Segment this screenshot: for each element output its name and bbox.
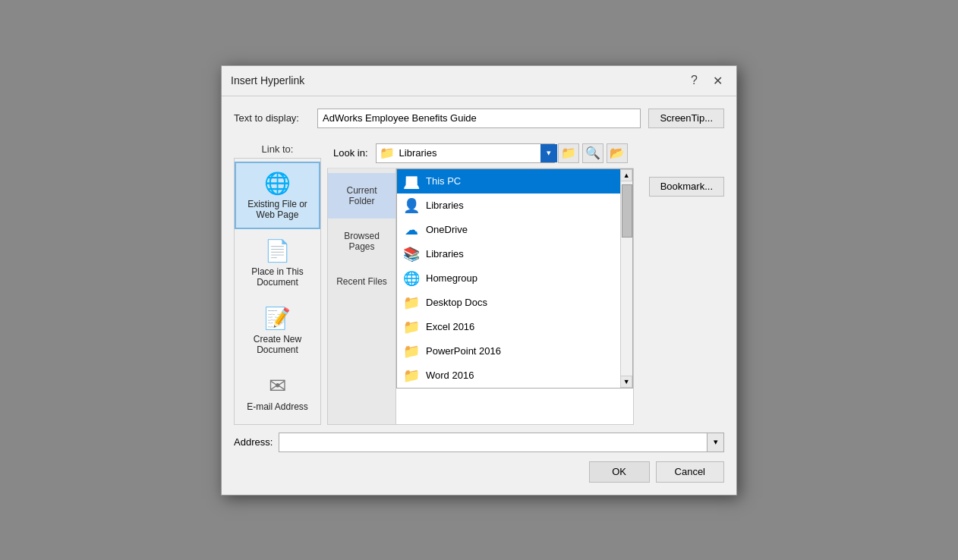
file-content-area: Current Folder Browsed Pages Recent File… (327, 168, 634, 425)
dropdown-item-word-2016[interactable]: 📁 Word 2016 (397, 363, 620, 388)
sidebar-item-email[interactable]: ✉ E-mail Address (235, 364, 320, 421)
sidebar-item-label-email: E-mail Address (247, 401, 308, 412)
email-icon: ✉ (269, 373, 286, 398)
lookin-dropdown-arrow[interactable]: ▾ (540, 144, 557, 162)
sidebar-item-create-new[interactable]: 📝 Create New Document (235, 297, 320, 364)
file-list-area: 💻 This PC 👤 Libraries ☁ OneDrive (396, 168, 633, 424)
bookmark-button[interactable]: Bookmark... (649, 177, 724, 197)
lookin-select-text: 📁 Libraries (380, 146, 437, 160)
screentip-button[interactable]: ScreenTip... (648, 109, 724, 128)
new-folder-btn[interactable]: 📂 (607, 143, 628, 163)
lookin-label: Look in: (333, 147, 368, 159)
address-row: Address: ▾ (234, 433, 724, 452)
sidebar-item-label-place: Place in This Document (239, 266, 316, 288)
search-btn[interactable]: 🔍 (582, 143, 603, 163)
excel-2016-icon: 📁 (403, 319, 420, 335)
lookin-label-text: Look in: (333, 147, 368, 159)
close-button[interactable]: ✕ (708, 72, 727, 90)
nav-current-folder[interactable]: Current Folder (328, 173, 395, 219)
dropdown-item-powerpoint-2016[interactable]: 📁 PowerPoint 2016 (397, 339, 620, 363)
dropdown-item-label-lib-person: Libraries (426, 200, 464, 211)
text-display-input[interactable] (317, 109, 641, 128)
dropdown-item-label-excel: Excel 2016 (426, 321, 474, 332)
file-browser: Look in: 📁 Libraries ▾ 📁 🔍 📂 (327, 137, 634, 425)
address-label: Address: (234, 436, 273, 448)
sidebar-item-label-existing: Existing File or Web Page (239, 199, 316, 220)
action-row: OK Cancel (234, 461, 724, 483)
link-to-label: Link to: (234, 137, 321, 158)
titlebar-controls: ? ✕ (686, 72, 727, 90)
dialog-title: Insert Hyperlink (231, 74, 304, 87)
sidebar-item-existing-file[interactable]: 🌐 Existing File or Web Page (235, 162, 320, 229)
libraries-person-icon: 👤 (403, 197, 420, 214)
dropdown-item-libraries-person[interactable]: 👤 Libraries (397, 193, 620, 218)
help-button[interactable]: ? (686, 72, 702, 89)
dropdown-item-label-onedrive: OneDrive (426, 224, 468, 235)
lookin-value: Libraries (399, 147, 437, 159)
place-in-doc-icon: 📄 (264, 238, 291, 263)
insert-hyperlink-dialog: Insert Hyperlink ? ✕ Text to display: Sc… (221, 65, 737, 496)
sidebar-item-label-create: Create New Document (239, 334, 316, 355)
powerpoint-2016-icon: 📁 (403, 343, 420, 360)
text-display-row: Text to display: ScreenTip... (234, 109, 724, 128)
scroll-down-btn[interactable]: ▼ (620, 376, 632, 388)
address-dropdown-btn[interactable]: ▾ (707, 433, 723, 451)
lookin-folder-icon: 📁 (380, 146, 395, 160)
nav-panel: Current Folder Browsed Pages Recent File… (328, 168, 396, 424)
create-new-icon: 📝 (264, 306, 291, 331)
scroll-track (621, 181, 632, 376)
dropdown-item-this-pc[interactable]: 💻 This PC (397, 169, 620, 193)
lookin-row: Look in: 📁 Libraries ▾ 📁 🔍 📂 (327, 137, 634, 168)
cancel-button[interactable]: Cancel (656, 461, 724, 483)
nav-browsed-pages[interactable]: Browsed Pages (328, 219, 395, 264)
homegroup-icon: 🌐 (403, 270, 420, 287)
word-2016-icon: 📁 (403, 367, 420, 384)
dropdown-item-label-ppt: PowerPoint 2016 (426, 345, 501, 357)
onedrive-icon: ☁ (403, 222, 420, 238)
scroll-thumb[interactable] (622, 184, 632, 238)
dialog-content: Text to display: ScreenTip... Link to: 🌐… (222, 96, 736, 495)
existing-file-icon: 🌐 (264, 171, 291, 196)
navigate-back-btn[interactable]: 📁 (558, 143, 579, 163)
right-buttons: Bookmark... (641, 137, 724, 425)
nav-recent-files[interactable]: Recent Files (328, 264, 395, 299)
dropdown-item-label-word: Word 2016 (426, 370, 474, 381)
text-display-label: Text to display: (234, 112, 317, 124)
dropdown-item-onedrive[interactable]: ☁ OneDrive (397, 218, 620, 242)
libraries-icon: 📚 (403, 246, 420, 263)
sidebar-item-place-in-doc[interactable]: 📄 Place in This Document (235, 229, 320, 297)
dropdown-item-label-libraries: Libraries (426, 248, 464, 260)
dropdown-item-label-this-pc: This PC (426, 175, 461, 187)
dropdown-item-homegroup[interactable]: 🌐 Homegroup (397, 266, 620, 291)
dropdown-item-excel-2016[interactable]: 📁 Excel 2016 (397, 315, 620, 339)
titlebar: Insert Hyperlink ? ✕ (222, 66, 736, 96)
dropdown-container: 💻 This PC 👤 Libraries ☁ OneDrive (396, 168, 633, 389)
dropdown-item-desktop-docs[interactable]: 📁 Desktop Docs (397, 291, 620, 315)
dropdown-item-label-desktop: Desktop Docs (426, 297, 487, 308)
lookin-select[interactable]: 📁 Libraries ▾ (376, 143, 555, 163)
dropdown-item-libraries[interactable]: 📚 Libraries (397, 242, 620, 266)
address-input[interactable]: ▾ (279, 433, 724, 452)
desktop-docs-icon: 📁 (403, 294, 420, 311)
this-pc-icon: 💻 (403, 173, 420, 190)
dropdown-item-label-homegroup: Homegroup (426, 272, 477, 284)
link-to-sidebar: 🌐 Existing File or Web Page 📄 Place in T… (234, 158, 321, 425)
dropdown-list: 💻 This PC 👤 Libraries ☁ OneDrive (397, 169, 620, 388)
ok-button[interactable]: OK (589, 461, 650, 483)
dropdown-scrollbar[interactable]: ▲ ▼ (620, 169, 632, 388)
scroll-up-btn[interactable]: ▲ (620, 169, 632, 181)
link-to-section: Link to: 🌐 Existing File or Web Page 📄 P… (234, 137, 321, 425)
